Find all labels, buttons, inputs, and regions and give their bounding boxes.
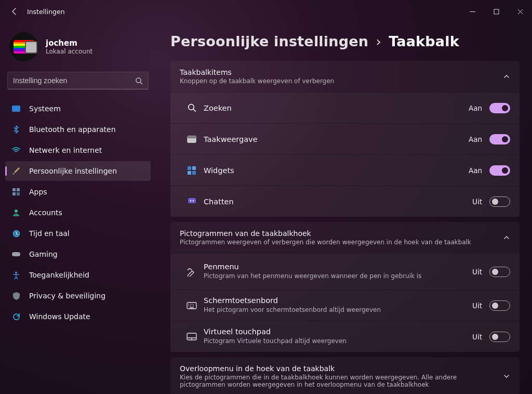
- section-sub: Kies de pictogrammen die in de taakbalkh…: [180, 374, 503, 388]
- sidebar-item-apps[interactable]: Apps: [5, 182, 151, 202]
- sidebar-item-label: Bluetooth en apparaten: [29, 125, 116, 134]
- breadcrumb-current: Taakbalk: [389, 33, 459, 49]
- setting-label: Zoeken: [204, 104, 466, 112]
- wifi-icon: [11, 146, 21, 155]
- setting-label: Chatten: [204, 198, 466, 206]
- svg-rect-4: [12, 192, 16, 195]
- sidebar-item-privacy[interactable]: Privacy & beveiliging: [5, 286, 151, 306]
- sidebar-item-label: Tijd en taal: [29, 229, 70, 238]
- maximize-button[interactable]: [484, 3, 508, 20]
- sidebar-item-personalization[interactable]: Persoonlijke instellingen: [5, 161, 151, 181]
- setting-row-widgets: Widgets Aan: [170, 154, 520, 186]
- gamepad-icon: [11, 249, 21, 259]
- sidebar-item-label: Privacy & beveiliging: [29, 292, 105, 300]
- brush-icon: [11, 166, 21, 176]
- sidebar-item-update[interactable]: Windows Update: [5, 307, 151, 326]
- avatar: [9, 32, 38, 61]
- setting-row-taskview: Taakweergave Aan: [170, 123, 520, 154]
- sidebar-item-label: Persoonlijke instellingen: [29, 167, 117, 175]
- toggle-penmenu[interactable]: [489, 267, 510, 277]
- sidebar-item-network[interactable]: Netwerk en internet: [5, 140, 151, 160]
- user-sub: Lokaal account: [46, 48, 92, 55]
- svg-rect-17: [188, 198, 196, 203]
- svg-rect-16: [192, 171, 196, 175]
- sidebar-item-label: Accounts: [29, 208, 62, 217]
- toggle-state: Aan: [466, 104, 482, 112]
- close-icon: [517, 9, 523, 15]
- svg-rect-3: [17, 188, 20, 191]
- section-sub: Pictogrammen weergeven of verbergen die …: [180, 239, 503, 246]
- toggle-widgets[interactable]: [489, 165, 510, 176]
- pen-icon: [180, 267, 204, 277]
- display-icon: [11, 104, 21, 113]
- svg-point-1: [136, 77, 141, 82]
- search-icon: [135, 77, 143, 85]
- svg-rect-15: [188, 171, 191, 175]
- sidebar-item-system[interactable]: Systeem: [5, 99, 151, 119]
- toggle-touchpad[interactable]: [489, 332, 510, 342]
- minimize-button[interactable]: [460, 3, 484, 20]
- sidebar-item-gaming[interactable]: Gaming: [5, 244, 151, 264]
- chevron-up-icon: [503, 73, 510, 80]
- breadcrumb: Persoonlijke instellingen › Taakbalk: [170, 33, 520, 49]
- setting-label: Penmenu Pictogram van het penmenu weerge…: [204, 262, 466, 280]
- back-button[interactable]: [7, 4, 22, 19]
- section-sub: Knoppen op de taakbalk weergeven of verb…: [180, 77, 503, 85]
- toggle-taskview[interactable]: [489, 134, 510, 145]
- chat-icon: [180, 198, 204, 205]
- setting-row-penmenu: Penmenu Pictogram van het penmenu weerge…: [170, 253, 520, 290]
- toggle-search[interactable]: [489, 103, 510, 113]
- chevron-right-icon: ›: [376, 33, 381, 49]
- setting-row-search: Zoeken Aan: [170, 92, 520, 123]
- sidebar-item-bluetooth[interactable]: Bluetooth en apparaten: [5, 120, 151, 139]
- toggle-touchkeyboard[interactable]: [489, 300, 510, 311]
- close-button[interactable]: [508, 3, 532, 20]
- search-icon: [180, 103, 204, 112]
- section-header[interactable]: Taakbalkitems Knoppen op de taakbalk wee…: [170, 61, 520, 92]
- sidebar-item-label: Toegankelijkheid: [29, 271, 89, 279]
- setting-sub: Het pictogram voor schermtoetsenbord alt…: [204, 306, 466, 314]
- search-box[interactable]: [7, 72, 149, 89]
- clock-icon: [11, 229, 21, 238]
- sidebar-item-label: Windows Update: [29, 312, 90, 321]
- setting-label: Virtueel touchpad Pictogram Virtuele tou…: [204, 327, 466, 345]
- accessibility-icon: [11, 270, 21, 280]
- toggle-state: Uit: [466, 301, 482, 310]
- sidebar-item-accounts[interactable]: Accounts: [5, 203, 151, 222]
- app-title: Instellingen: [27, 8, 65, 16]
- section-title: Overloopmenu in de hoek van de taakbalk: [180, 364, 503, 373]
- sidebar-item-label: Netwerk en internet: [29, 146, 102, 154]
- titlebar: Instellingen: [0, 0, 532, 23]
- setting-row-touchkeyboard: Schermtoetsenbord Het pictogram voor sch…: [170, 290, 520, 321]
- section-taskbar-items: Taakbalkitems Knoppen op de taakbalk wee…: [170, 61, 520, 217]
- window-controls: [460, 3, 532, 20]
- widgets-icon: [180, 166, 204, 175]
- toggle-chat[interactable]: [489, 196, 510, 207]
- svg-point-6: [15, 209, 18, 213]
- maximize-icon: [494, 9, 499, 15]
- svg-point-18: [190, 200, 191, 201]
- svg-rect-5: [17, 192, 20, 195]
- shield-icon: [11, 291, 21, 300]
- sidebar-item-accessibility[interactable]: Toegankelijkheid: [5, 265, 151, 285]
- setting-row-touchpad: Virtueel touchpad Pictogram Virtuele tou…: [170, 321, 520, 352]
- toggle-state: Aan: [466, 166, 482, 175]
- setting-row-chat: Chatten Uit: [170, 186, 520, 217]
- breadcrumb-parent[interactable]: Persoonlijke instellingen: [170, 33, 368, 49]
- svg-rect-0: [494, 9, 499, 14]
- section-header[interactable]: Pictogrammen van de taakbalkhoek Pictogr…: [170, 222, 520, 253]
- chevron-down-icon: [503, 373, 510, 380]
- settings-window: Instellingen jochem Lokaal account: [0, 0, 532, 394]
- user-block[interactable]: jochem Lokaal account: [5, 29, 151, 70]
- toggle-state: Uit: [466, 198, 482, 206]
- sidebar-item-label: Apps: [29, 188, 47, 196]
- setting-sub: Pictogram van het penmenu weergeven wann…: [204, 272, 466, 280]
- section-header[interactable]: Overloopmenu in de hoek van de taakbalk …: [170, 357, 520, 394]
- taskview-icon: [180, 136, 204, 143]
- setting-sub: Pictogram Virtuele touchpad altijd weerg…: [204, 337, 466, 345]
- minimize-icon: [470, 9, 475, 15]
- sidebar-item-label: Systeem: [29, 104, 61, 113]
- search-input[interactable]: [13, 76, 135, 85]
- sidebar-item-time[interactable]: Tijd en taal: [5, 224, 151, 243]
- section-corner-icons: Pictogrammen van de taakbalkhoek Pictogr…: [170, 222, 520, 352]
